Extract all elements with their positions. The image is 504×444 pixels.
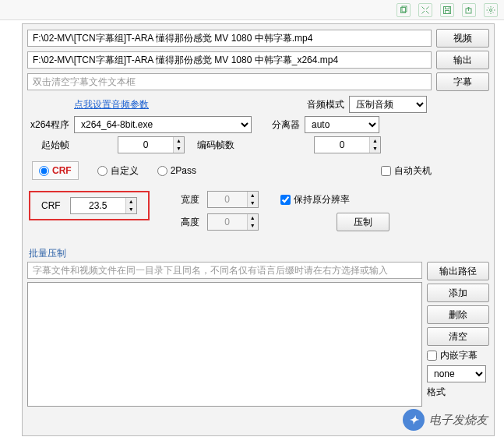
copy-icon[interactable] bbox=[397, 3, 411, 17]
video-path-input[interactable] bbox=[27, 30, 432, 47]
height-spinner[interactable]: ▲▼ bbox=[207, 213, 259, 231]
spinner-down-icon[interactable]: ▼ bbox=[248, 222, 258, 230]
frame-count-label: 编码帧数 bbox=[197, 139, 234, 152]
spinner-up-icon[interactable]: ▲ bbox=[126, 198, 136, 206]
spinner-down-icon[interactable]: ▼ bbox=[174, 145, 184, 153]
format-label: 格式 bbox=[427, 386, 489, 399]
auto-shutdown-checkbox[interactable]: 自动关机 bbox=[381, 164, 432, 178]
output-button[interactable]: 输出 bbox=[436, 51, 489, 69]
settings-icon[interactable] bbox=[484, 3, 498, 17]
spinner-up-icon[interactable]: ▲ bbox=[248, 214, 258, 222]
svg-point-6 bbox=[490, 9, 492, 11]
height-label: 高度 bbox=[181, 216, 199, 229]
batch-section-label: 批量压制 bbox=[29, 247, 489, 260]
output-path-input[interactable] bbox=[27, 51, 432, 69]
x264-select[interactable]: x264_64-8bit.exe bbox=[74, 116, 252, 133]
encode-button[interactable]: 压制 bbox=[337, 213, 389, 231]
delete-button[interactable]: 删除 bbox=[427, 305, 489, 324]
top-toolbar bbox=[0, 0, 504, 20]
mode-custom-radio[interactable]: 自定义 bbox=[97, 164, 139, 178]
subtitle-lang-select[interactable]: none bbox=[427, 365, 486, 382]
subtitle-button[interactable]: 字幕 bbox=[436, 72, 489, 91]
audio-mode-label: 音频模式 bbox=[307, 98, 344, 111]
spinner-down-icon[interactable]: ▼ bbox=[370, 145, 380, 153]
clear-button[interactable]: 清空 bbox=[427, 327, 489, 346]
subtitle-path-input[interactable] bbox=[27, 73, 432, 90]
width-label: 宽度 bbox=[181, 193, 199, 206]
frame-count-spinner[interactable]: ▲▼ bbox=[314, 136, 381, 153]
embed-subtitle-checkbox[interactable]: 内嵌字幕 bbox=[427, 349, 489, 362]
start-frame-spinner[interactable]: ▲▼ bbox=[118, 136, 185, 153]
share-icon[interactable] bbox=[462, 3, 476, 17]
spinner-up-icon[interactable]: ▲ bbox=[370, 137, 380, 145]
add-button[interactable]: 添加 bbox=[427, 284, 489, 302]
spinner-up-icon[interactable]: ▲ bbox=[248, 192, 258, 199]
spinner-down-icon[interactable]: ▼ bbox=[248, 199, 258, 207]
video-button[interactable]: 视频 bbox=[436, 29, 489, 48]
spinner-up-icon[interactable]: ▲ bbox=[174, 137, 184, 145]
svg-rect-4 bbox=[446, 10, 449, 13]
crf-spinner[interactable]: ▲▼ bbox=[70, 197, 137, 214]
expand-icon[interactable] bbox=[418, 3, 432, 17]
start-frame-label: 起始帧 bbox=[27, 139, 69, 152]
mode-crf-radio[interactable]: CRF bbox=[32, 161, 79, 180]
svg-rect-3 bbox=[446, 6, 449, 9]
batch-info-input[interactable] bbox=[27, 262, 422, 279]
audio-mode-select[interactable]: 压制音频 bbox=[349, 96, 427, 113]
watermark: ✦ 电子发烧友 bbox=[403, 409, 488, 431]
demuxer-label: 分离器 bbox=[272, 118, 300, 132]
mode-2pass-radio[interactable]: 2Pass bbox=[157, 165, 196, 176]
crf-highlight-box: CRF ▲▼ bbox=[29, 191, 150, 220]
keep-resolution-checkbox[interactable]: 保持原分辨率 bbox=[280, 193, 350, 206]
audio-params-link[interactable]: 点我设置音频参数 bbox=[74, 98, 149, 111]
watermark-text: 电子发烧友 bbox=[429, 413, 488, 428]
width-spinner[interactable]: ▲▼ bbox=[207, 191, 259, 208]
output-dir-button[interactable]: 输出路径 bbox=[427, 262, 489, 280]
encoder-panel: 视频 输出 字幕 点我设置音频参数 音频模式 压制音频 x264程序 x264_… bbox=[22, 23, 495, 436]
demuxer-select[interactable]: auto bbox=[305, 116, 379, 133]
batch-list[interactable] bbox=[27, 282, 422, 407]
x264-label: x264程序 bbox=[27, 118, 69, 132]
spinner-down-icon[interactable]: ▼ bbox=[126, 206, 136, 213]
crf-label: CRF bbox=[41, 200, 61, 211]
watermark-logo-icon: ✦ bbox=[403, 409, 425, 431]
save-icon[interactable] bbox=[440, 3, 454, 17]
